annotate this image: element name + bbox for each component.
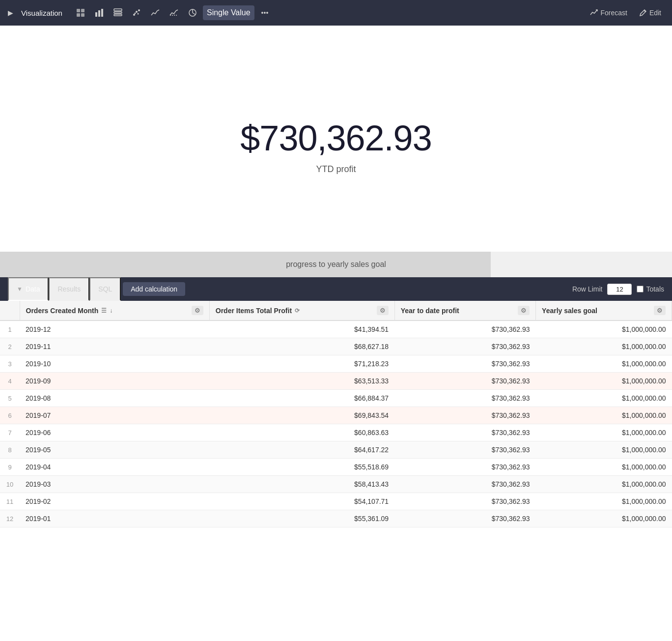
profit-cell: $63,513.33: [209, 373, 394, 390]
table-row: 10 2019-03 $58,413.43 $730,362.93 $1,000…: [0, 476, 672, 493]
table-row: 7 2019-06 $60,863.63 $730,362.93 $1,000,…: [0, 424, 672, 441]
pivot-icon-btn[interactable]: [110, 5, 126, 20]
ytd-cell: $730,362.93: [394, 424, 535, 441]
svg-rect-5: [98, 10, 100, 17]
edit-icon: [639, 9, 647, 17]
goal-cell: $1,000,000.00: [536, 355, 672, 373]
svg-rect-8: [114, 12, 122, 13]
table-row: 1 2019-12 $41,394.51 $730,362.93 $1,000,…: [0, 320, 672, 338]
ytd-cell: $730,362.93: [394, 320, 535, 338]
forecast-btn[interactable]: Forecast: [585, 6, 632, 20]
table-icon-btn[interactable]: [72, 5, 89, 20]
svg-point-14: [137, 13, 139, 15]
progress-bar-container: progress to yearly sales goal: [0, 252, 672, 277]
main-label: YTD profit: [316, 164, 356, 175]
tab-sql[interactable]: SQL: [89, 277, 121, 301]
scatter-icon-btn[interactable]: [128, 5, 145, 20]
add-calculation-btn[interactable]: Add calculation: [123, 282, 185, 296]
ytd-cell: $730,362.93: [394, 355, 535, 373]
month-cell: 2019-01: [20, 510, 209, 527]
month-cell: 2019-05: [20, 441, 209, 459]
goal-cell: $1,000,000.00: [536, 493, 672, 510]
ytd-cell: $730,362.93: [394, 338, 535, 355]
ytd-cell: $730,362.93: [394, 407, 535, 424]
profit-cell: $41,394.51: [209, 320, 394, 338]
line-chart-icon-btn[interactable]: [147, 5, 164, 20]
profit-cell: $68,627.18: [209, 338, 394, 355]
progress-area: progress to yearly sales goal: [0, 252, 672, 277]
goal-cell: $1,000,000.00: [536, 373, 672, 390]
svg-point-13: [134, 13, 136, 14]
collapse-arrow[interactable]: ▶: [6, 7, 15, 19]
progress-bar-fill: [0, 252, 491, 277]
pie-chart-icon-btn[interactable]: [184, 5, 201, 20]
svg-rect-9: [114, 14, 122, 16]
row-num-cell: 2: [0, 338, 20, 355]
forecast-icon: [590, 9, 598, 17]
area-chart-icon-btn[interactable]: [166, 5, 182, 20]
profit-cell: $60,863.63: [209, 424, 394, 441]
table-row: 2 2019-11 $68,627.18 $730,362.93 $1,000,…: [0, 338, 672, 355]
profit-cell: $54,107.71: [209, 493, 394, 510]
ytd-cell: $730,362.93: [394, 476, 535, 493]
table-row: 9 2019-04 $55,518.69 $730,362.93 $1,000,…: [0, 459, 672, 476]
single-value-btn[interactable]: Single Value: [203, 5, 254, 20]
profit-cell: $58,413.43: [209, 476, 394, 493]
row-num-cell: 12: [0, 510, 20, 527]
svg-rect-3: [81, 13, 84, 17]
col-gear-month[interactable]: ⚙: [192, 306, 203, 315]
totals-label[interactable]: Totals: [637, 285, 664, 293]
goal-cell: $1,000,000.00: [536, 459, 672, 476]
bar-chart-icon-btn[interactable]: [91, 5, 108, 20]
table-row: 5 2019-08 $66,884.37 $730,362.93 $1,000,…: [0, 390, 672, 407]
row-num-cell: 11: [0, 493, 20, 510]
goal-cell: $1,000,000.00: [536, 390, 672, 407]
row-number-header: [0, 301, 20, 320]
tab-results[interactable]: Results: [49, 277, 89, 301]
profit-cell: $64,617.22: [209, 441, 394, 459]
svg-rect-7: [114, 9, 122, 11]
goal-cell: $1,000,000.00: [536, 407, 672, 424]
table-row: 4 2019-09 $63,513.33 $730,362.93 $1,000,…: [0, 373, 672, 390]
row-num-cell: 8: [0, 441, 20, 459]
progress-label: progress to yearly sales goal: [286, 260, 386, 269]
goal-cell: $1,000,000.00: [536, 476, 672, 493]
toolbar-title: Visualization: [17, 9, 66, 17]
col-header-month: Orders Created Month ☰ ↓ ⚙: [20, 301, 209, 320]
svg-point-12: [138, 9, 140, 11]
profit-cell: $55,361.09: [209, 510, 394, 527]
col-header-profit: Order Items Total Profit ⟳ ⚙: [209, 301, 394, 320]
col-gear-profit[interactable]: ⚙: [377, 306, 389, 315]
month-cell: 2019-09: [20, 373, 209, 390]
data-panel-toolbar: ▼ Data Results SQL Add calculation Row L…: [0, 277, 672, 301]
svg-rect-0: [77, 9, 80, 12]
profit-cell: $69,843.54: [209, 407, 394, 424]
col-header-ytd: Year to date profit ⚙: [394, 301, 535, 320]
profit-cell: $71,218.23: [209, 355, 394, 373]
table-row: 6 2019-07 $69,843.54 $730,362.93 $1,000,…: [0, 407, 672, 424]
row-num-cell: 4: [0, 373, 20, 390]
totals-checkbox[interactable]: [637, 286, 644, 292]
edit-btn[interactable]: Edit: [634, 6, 666, 20]
ytd-cell: $730,362.93: [394, 441, 535, 459]
col-gear-ytd[interactable]: ⚙: [518, 306, 530, 315]
svg-rect-1: [81, 9, 84, 12]
row-limit-input[interactable]: [607, 284, 632, 295]
goal-cell: $1,000,000.00: [536, 441, 672, 459]
svg-rect-2: [77, 13, 80, 17]
more-btn[interactable]: •••: [256, 6, 274, 20]
row-num-cell: 1: [0, 320, 20, 338]
profit-cell: $55,518.69: [209, 459, 394, 476]
tab-data[interactable]: ▼ Data: [8, 277, 49, 301]
svg-rect-4: [95, 12, 97, 17]
ytd-cell: $730,362.93: [394, 510, 535, 527]
goal-cell: $1,000,000.00: [536, 338, 672, 355]
month-cell: 2019-03: [20, 476, 209, 493]
row-num-cell: 6: [0, 407, 20, 424]
row-num-cell: 7: [0, 424, 20, 441]
svg-line-18: [193, 13, 196, 15]
ytd-cell: $730,362.93: [394, 459, 535, 476]
row-num-cell: 3: [0, 355, 20, 373]
sort-down-icon: ↓: [110, 307, 112, 314]
col-gear-goal[interactable]: ⚙: [654, 306, 666, 315]
